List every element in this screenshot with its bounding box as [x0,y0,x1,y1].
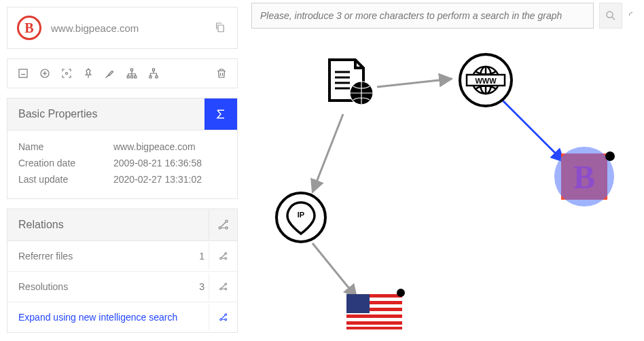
svg-point-49 [397,289,405,297]
svg-text:B: B [573,159,595,195]
svg-rect-10 [135,76,137,78]
edge-file-to-ip [312,114,343,192]
expand-intelligence-search[interactable]: Expand using new intelligence search [7,302,237,332]
prop-key: Name [18,141,113,152]
search-bar [251,3,637,29]
focus-icon[interactable] [59,66,74,81]
extra-icon[interactable] [628,3,637,29]
graph-icon[interactable] [209,211,237,239]
edge-ip-to-flag [312,243,357,298]
svg-point-22 [225,288,227,290]
trash-icon[interactable] [214,66,229,81]
svg-point-53 [605,151,615,161]
prop-value: 2020-02-27 13:31:02 [113,174,226,185]
relations-title: Relations [7,209,209,240]
basic-properties-title: Basic Properties [7,98,204,130]
relation-count: 3 [188,281,209,292]
svg-point-6 [66,73,68,75]
svg-point-23 [219,319,221,321]
svg-point-25 [225,319,227,321]
tree-icon[interactable] [124,66,139,81]
relation-row-referrer-files[interactable]: Referrer files 1 [7,241,237,271]
add-icon[interactable] [37,66,52,81]
prop-value: www.bigpeace.com [113,141,226,152]
svg-point-18 [225,253,227,255]
svg-rect-47 [346,327,402,329]
prop-row: Last update 2020-02-27 13:31:02 [18,171,226,187]
svg-text:IP: IP [298,211,304,219]
brush-icon[interactable] [103,66,118,81]
sigma-button[interactable] [204,98,237,130]
svg-point-14 [219,227,221,229]
expand-label: Expand using new intelligence search [7,302,209,332]
svg-rect-13 [156,76,158,78]
graph-icon[interactable] [209,273,237,300]
edge-www-to-logo [503,101,564,162]
svg-rect-12 [149,76,151,78]
note-icon[interactable] [16,66,31,81]
hierarchy-icon[interactable] [146,66,161,81]
search-input[interactable] [251,3,594,29]
svg-text:WWW: WWW [475,77,497,85]
svg-point-17 [219,257,221,259]
toolbar [7,58,238,88]
relation-row-resolutions[interactable]: Resolutions 3 [7,271,237,302]
svg-rect-48 [346,294,370,313]
entity-header: B www.bigpeace.com [7,7,238,49]
svg-rect-9 [131,76,133,78]
graph-icon[interactable] [209,243,237,270]
svg-rect-0 [218,25,223,32]
prop-row: Creation date 2009-08-21 16:36:58 [18,155,226,171]
node-site-logo[interactable]: B [554,147,615,207]
svg-rect-8 [127,76,129,78]
site-logo-icon: B [17,16,41,40]
relation-count: 1 [188,251,209,262]
svg-point-21 [225,283,227,285]
prop-row: Name www.bigpeace.com [18,139,226,155]
copy-icon[interactable] [214,21,228,35]
svg-rect-46 [346,321,402,325]
svg-rect-45 [346,315,402,318]
svg-rect-1 [19,69,27,77]
node-www[interactable]: WWW [460,54,512,106]
prop-key: Last update [18,174,113,185]
svg-rect-11 [153,69,155,71]
node-us-flag[interactable] [346,289,405,329]
svg-line-27 [612,17,615,20]
svg-point-26 [607,12,613,18]
node-ip[interactable]: IP [276,193,325,242]
svg-point-20 [219,288,221,290]
relations-panel: Relations Referrer files 1 Resolutions 3 [7,209,238,333]
pin-icon[interactable] [81,66,96,81]
svg-point-15 [225,220,227,222]
prop-value: 2009-08-21 16:36:58 [113,158,226,168]
edge-file-to-www [377,79,452,87]
relation-label: Resolutions [7,272,188,302]
site-url: www.bigpeace.com [51,22,204,34]
graph-canvas[interactable]: WWW IP B [245,33,644,341]
svg-point-16 [225,227,227,229]
relation-label: Referrer files [7,241,188,271]
basic-properties-panel: Basic Properties Name www.bigpeace.com C… [7,98,238,199]
svg-rect-7 [131,69,133,71]
svg-point-24 [225,314,227,316]
search-button[interactable] [599,3,622,29]
prop-key: Creation date [18,158,113,168]
graph-icon[interactable] [209,304,237,331]
svg-point-19 [225,257,227,259]
node-file[interactable] [329,60,373,105]
